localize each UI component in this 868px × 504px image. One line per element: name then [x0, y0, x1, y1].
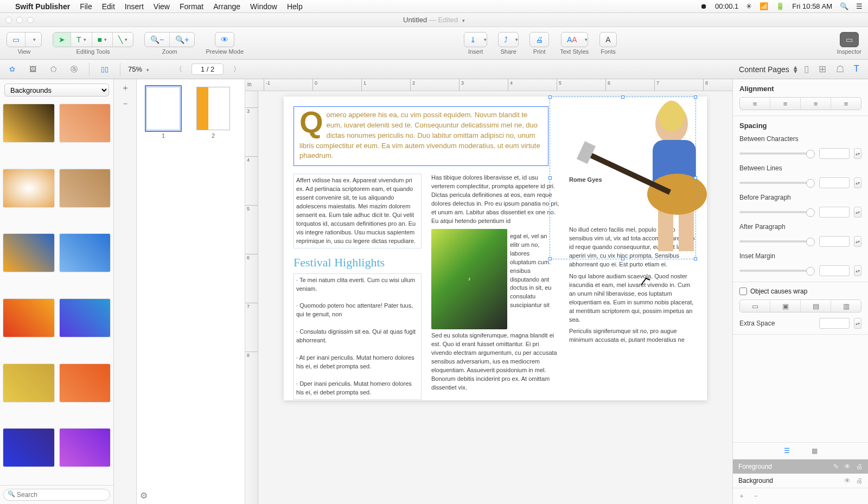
zoom-level[interactable]: 75%: [128, 65, 142, 73]
background-thumb[interactable]: [3, 234, 54, 272]
between-characters-slider[interactable]: [739, 152, 815, 155]
horizontal-ruler[interactable]: in -1 0 1 2 3 4 5 6 7 8 9: [245, 79, 732, 91]
wrap-left-button[interactable]: ▤: [801, 300, 831, 312]
source-search-input[interactable]: [3, 489, 110, 501]
inset-margin-slider[interactable]: [739, 270, 815, 272]
document-title-menu[interactable]: [460, 16, 465, 24]
after-paragraph-field[interactable]: [819, 236, 850, 247]
between-characters-field[interactable]: [819, 148, 850, 159]
layer-visible-icon[interactable]: 👁: [844, 463, 851, 470]
align-center-button[interactable]: ≡: [770, 98, 801, 110]
fonts-button[interactable]: A: [599, 32, 616, 47]
zoom-menu[interactable]: [144, 65, 149, 73]
before-paragraph-slider[interactable]: [739, 211, 815, 213]
between-lines-field[interactable]: [819, 177, 850, 188]
between-lines-slider[interactable]: [739, 182, 815, 184]
shape-tool-button[interactable]: ■: [92, 33, 113, 47]
layers-tab-icon[interactable]: ☰: [784, 447, 790, 455]
inspector-toggle-button[interactable]: ▭: [840, 32, 859, 47]
thumbnails-settings-icon[interactable]: ⚙: [140, 490, 148, 501]
inspector-tab-text-icon[interactable]: T: [854, 63, 859, 75]
align-right-button[interactable]: ≡: [801, 98, 831, 110]
menu-arrange[interactable]: Arrange: [213, 2, 240, 11]
intro-text-frame[interactable]: Q omero appetere his ea, cu vim possit e…: [293, 106, 548, 166]
remove-page-button[interactable]: －: [121, 98, 130, 110]
remove-layer-button[interactable]: －: [752, 492, 759, 501]
grid-tab-icon[interactable]: ▦: [812, 447, 818, 455]
background-thumb[interactable]: [3, 429, 54, 467]
layer-visible-icon[interactable]: 👁: [844, 477, 851, 484]
menu-view[interactable]: View: [154, 2, 170, 11]
add-layer-button[interactable]: ＋: [738, 492, 745, 501]
textstyles-tab-icon[interactable]: ⓐ: [66, 63, 81, 76]
layer-row-background[interactable]: Background 👁🖨: [733, 474, 868, 488]
between-lines-stepper[interactable]: ▴▾: [854, 177, 861, 188]
wrap-around-button[interactable]: ▣: [770, 300, 801, 312]
between-characters-stepper[interactable]: ▴▾: [854, 148, 861, 159]
share-button[interactable]: ⤴: [498, 32, 519, 47]
inspector-tab-geometry-icon[interactable]: ⊞: [819, 63, 826, 75]
after-paragraph-slider[interactable]: [739, 240, 815, 243]
column-2[interactable]: Has tibique dolores liberavisse et, id u…: [431, 174, 559, 400]
view-mode-button[interactable]: ▭: [7, 32, 42, 47]
page-indicator[interactable]: 1 / 2: [192, 63, 224, 75]
spotlight-icon[interactable]: 🔍: [840, 2, 848, 10]
clock[interactable]: Fri 10:58 AM: [792, 2, 832, 10]
content-pages-menu[interactable]: Content Pages ▲▼: [739, 65, 799, 74]
facing-pages-icon[interactable]: ▯▯: [97, 63, 112, 76]
menu-window[interactable]: Window: [250, 2, 277, 11]
layer-print-icon[interactable]: 🖨: [856, 463, 863, 470]
before-paragraph-stepper[interactable]: ▴▾: [854, 207, 861, 218]
control-center-icon[interactable]: ☰: [856, 2, 863, 10]
extra-space-stepper[interactable]: ▴▾: [854, 318, 861, 329]
background-thumb[interactable]: [3, 364, 54, 402]
text-tool-button[interactable]: T: [71, 33, 92, 47]
text-styles-button[interactable]: AA: [561, 32, 588, 47]
insert-button[interactable]: ⤓: [464, 32, 487, 47]
background-thumb[interactable]: [3, 104, 54, 142]
page-canvas[interactable]: Q omero appetere his ea, cu vim possit e…: [284, 97, 707, 400]
background-thumb[interactable]: [60, 234, 111, 272]
vertical-ruler[interactable]: 3 4 5 6 7 8: [245, 91, 258, 504]
layer-row-foreground[interactable]: Foreground ✎👁🖨: [733, 460, 868, 474]
clipart-tab-icon[interactable]: ✿: [4, 63, 20, 76]
print-button[interactable]: 🖨: [529, 32, 549, 47]
background-thumb[interactable]: [60, 169, 111, 207]
after-paragraph-stepper[interactable]: ▴▾: [854, 236, 861, 247]
selection-tool-button[interactable]: ➤: [53, 33, 71, 47]
inspector-tab-appearance-icon[interactable]: ☖: [836, 63, 844, 75]
page-thumb-1[interactable]: 1: [146, 87, 180, 139]
photos-tab-icon[interactable]: 🖼: [25, 63, 40, 76]
zoom-out-button[interactable]: 🔍−: [145, 33, 170, 47]
layer-print-icon[interactable]: 🖨: [856, 477, 863, 484]
background-thumb[interactable]: [60, 429, 111, 467]
background-thumb[interactable]: [60, 104, 111, 142]
background-thumb[interactable]: [3, 169, 54, 207]
singer-image[interactable]: ♪: [431, 229, 507, 329]
line-tool-button[interactable]: ╲: [113, 33, 133, 47]
background-thumb[interactable]: [60, 364, 111, 402]
preview-mode-button[interactable]: 👁: [215, 32, 234, 47]
menu-format[interactable]: Format: [180, 2, 203, 11]
before-paragraph-field[interactable]: [819, 207, 850, 218]
add-page-button[interactable]: ＋: [121, 82, 130, 94]
extra-space-field[interactable]: [819, 318, 850, 329]
zoom-in-button[interactable]: 🔍+: [170, 33, 194, 47]
background-thumb[interactable]: [3, 299, 54, 337]
record-indicator-icon[interactable]: ⏺: [700, 2, 707, 10]
inset-margin-field[interactable]: [819, 265, 850, 276]
dropbox-icon[interactable]: ✳: [746, 2, 752, 10]
prev-page-button[interactable]: 〈: [171, 63, 186, 76]
align-justify-button[interactable]: ≡: [831, 98, 861, 110]
wrap-right-button[interactable]: ▥: [831, 300, 861, 312]
menu-edit[interactable]: Edit: [102, 2, 115, 11]
app-name[interactable]: Swift Publisher: [15, 2, 70, 11]
smartshapes-tab-icon[interactable]: ⬠: [46, 63, 61, 76]
column-1[interactable]: Affert vidisse has ex. Appareat vivendum…: [293, 174, 422, 400]
wrap-none-button[interactable]: ▭: [740, 300, 770, 312]
page-thumb-2[interactable]: 2: [196, 87, 230, 139]
align-left-button[interactable]: ≡: [740, 98, 770, 110]
canvas-scroll[interactable]: Q omero appetere his ea, cu vim possit e…: [258, 91, 732, 504]
menu-file[interactable]: File: [80, 2, 92, 11]
background-thumb[interactable]: [60, 299, 111, 337]
